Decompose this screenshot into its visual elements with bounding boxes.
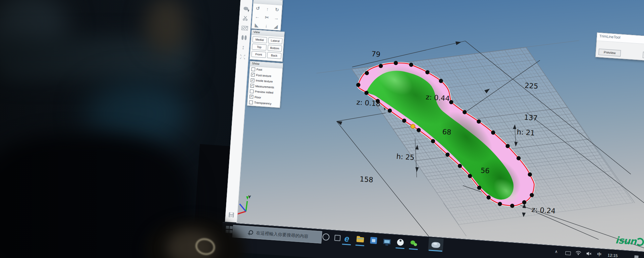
battery-icon[interactable] [565, 251, 571, 255]
insole-pair-icon[interactable] [240, 34, 248, 41]
wifi-icon[interactable] [575, 251, 581, 255]
view-bottom-button[interactable]: Bottom [267, 45, 282, 52]
view-top-button[interactable]: Top [252, 44, 267, 51]
checkbox[interactable]: ✓ [250, 84, 254, 88]
measurement-label: h: 25 [396, 152, 415, 162]
measurement-label: z: 0.24 [531, 205, 556, 215]
rotate-cw-icon[interactable]: ↻ [272, 5, 282, 14]
taskbar-app-file-explorer[interactable] [353, 233, 368, 247]
pan-down-icon[interactable]: ↓ [261, 21, 271, 30]
taskbar-app-qq[interactable] [393, 235, 408, 250]
height-adjust-icon[interactable]: ↕ [239, 43, 247, 51]
pan-up-icon[interactable]: ↑ [262, 5, 272, 14]
isun-logo-mark [636, 237, 644, 247]
measurement-label: 158 [360, 175, 374, 184]
taskbar-app-store[interactable] [367, 233, 381, 248]
view-lateral-button[interactable]: Lateral [268, 37, 283, 44]
checkbox-label: Floor [255, 95, 261, 99]
checkbox[interactable] [249, 101, 253, 105]
search-placeholder: 在這裡輸入你要搜尋的內容 [256, 230, 309, 240]
checkbox-label: Foot [256, 68, 262, 71]
pan-right-icon[interactable]: → [271, 14, 281, 23]
hatch-region-icon[interactable] [240, 24, 248, 32]
taskbar-app-edge[interactable]: e [340, 232, 354, 246]
measurement-label: z: 0.44 [426, 93, 450, 103]
scissors-icon[interactable] [241, 14, 249, 22]
tilt-right-icon[interactable]: ◢ [271, 22, 281, 31]
ime-indicator[interactable]: 中 [597, 251, 602, 258]
checkbox-label: Measurements [255, 84, 274, 89]
measurement-label: 68 [442, 128, 451, 136]
view-back-button[interactable]: Back [267, 52, 282, 59]
measurement-label: 137 [524, 113, 538, 122]
view-front-button[interactable]: Front [251, 51, 266, 58]
checkbox-label: Preview milled [255, 90, 273, 94]
view-panel: View Medial Lateral Top Bottom Front Bac… [250, 29, 285, 62]
save-icon[interactable] [228, 212, 234, 219]
checkbox-label: Insole texture [256, 79, 273, 83]
navigation-pad-panel: ↺ ↑ ↻ ← ✂ → ◣ ↓ ◢ [251, 0, 283, 31]
taskbar-app-wechat[interactable] [407, 236, 421, 251]
ok-button[interactable]: OK [643, 52, 644, 60]
expand-view-icon[interactable]: ↖↗ ↙↘ [238, 53, 246, 61]
notification-icon[interactable] [634, 255, 639, 258]
view-medial-button[interactable]: Medial [252, 36, 267, 43]
measurement-label: z: 0.18 [356, 98, 381, 108]
show-panel: Show Foot ✓ Foot texture ✓ Insole textur… [247, 61, 283, 108]
checkbox[interactable] [250, 89, 254, 93]
checkbox-label: Transparency [254, 101, 271, 106]
tilt-left-icon[interactable]: ◣ [252, 20, 262, 29]
pan-left-icon[interactable]: ← [252, 12, 262, 21]
search-icon [249, 230, 253, 235]
measurement-label: h: 21 [517, 128, 535, 137]
taskbar-clock[interactable]: 12:15 [607, 253, 618, 258]
tools-icon[interactable]: ✂ [262, 13, 272, 22]
preview-button[interactable]: Preview [598, 49, 621, 57]
selected-control-point[interactable] [411, 124, 415, 129]
lasso-select-icon[interactable] [242, 5, 250, 12]
tray-chevron-icon[interactable]: ∧ [554, 249, 558, 254]
rotate-ccw-icon[interactable]: ↺ [253, 4, 263, 13]
measurement-label: 56 [480, 166, 490, 175]
taskbar-app-insole-studio[interactable] [428, 238, 444, 252]
measurement-label: 79 [371, 50, 381, 59]
monitor-screen: 79 225 137 z: 0.44 z: 0.18 68 h: 21 h: 2… [164, 0, 644, 258]
checkbox[interactable]: ✓ [251, 73, 255, 77]
checkbox-label: Foot texture [256, 73, 271, 78]
checkbox[interactable]: ✓ [251, 78, 255, 82]
volume-muted-icon[interactable] [586, 251, 592, 256]
cortana-icon[interactable] [322, 233, 330, 241]
taskbar-app-this-pc[interactable] [380, 234, 394, 249]
isun-logo: isun [615, 235, 644, 248]
measurement-label: 225 [524, 81, 538, 90]
checkbox[interactable]: ✓ [250, 95, 254, 99]
checkbox[interactable] [251, 67, 255, 71]
axis-y-label: Y [248, 195, 252, 199]
trimlinetool-dialog: TrimLineTool Preview OK [595, 33, 644, 62]
